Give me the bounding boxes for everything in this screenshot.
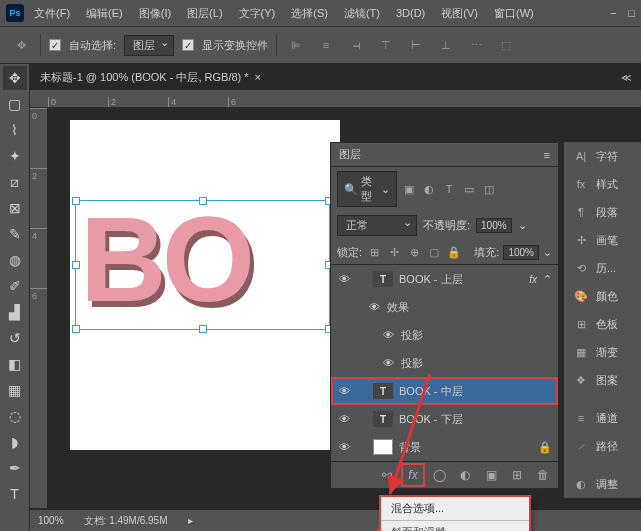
pen-tool[interactable]: ✒ — [3, 456, 27, 480]
collapsed-panels: A|字符 fx样式 ¶段落 ✢画笔 ⟲历... 🎨颜色 ⊞色板 ▦渐变 ❖图案 … — [563, 142, 641, 498]
history-brush-tool[interactable]: ↺ — [3, 326, 27, 350]
panel-history[interactable]: ⟲历... — [564, 254, 641, 282]
filter-shape-icon[interactable]: ▭ — [461, 181, 477, 197]
mask-icon[interactable]: ◯ — [430, 466, 448, 484]
new-layer-icon[interactable]: ⊞ — [508, 466, 526, 484]
visibility-icon[interactable]: 👁 — [381, 329, 395, 341]
adjustment-icon[interactable]: ◐ — [456, 466, 474, 484]
lock-icon[interactable]: 🔒 — [446, 244, 462, 260]
zoom-level[interactable]: 100% — [38, 515, 64, 526]
panel-character[interactable]: A|字符 — [564, 142, 641, 170]
delete-icon[interactable]: 🗑 — [534, 466, 552, 484]
document-tab[interactable]: 未标题-1 @ 100% (BOOK - 中层, RGB/8) * — [40, 70, 249, 85]
menu-edit[interactable]: 编辑(E) — [80, 3, 129, 24]
marquee-tool[interactable]: ▢ — [3, 92, 27, 116]
dodge-tool[interactable]: ◗ — [3, 430, 27, 454]
close-tab-icon[interactable]: × — [255, 71, 261, 83]
blur-tool[interactable]: ◌ — [3, 404, 27, 428]
panel-gradients[interactable]: ▦渐变 — [564, 338, 641, 366]
eraser-tool[interactable]: ◧ — [3, 352, 27, 376]
panel-styles[interactable]: fx样式 — [564, 170, 641, 198]
lock-all-icon[interactable]: ⊞ — [366, 244, 382, 260]
panel-paths[interactable]: ⟋路径 — [564, 432, 641, 460]
menu-type[interactable]: 文字(Y) — [233, 3, 282, 24]
layer-style-menu: 混合选项... 斜面和浮雕... 描边... 内阴影... 内发光 — [380, 496, 530, 531]
canvas[interactable]: BO — [70, 120, 340, 450]
show-transform-checkbox[interactable] — [182, 39, 194, 51]
maximize-icon[interactable]: □ — [628, 7, 635, 19]
type-tool[interactable]: T — [3, 482, 27, 506]
effect-drop-shadow[interactable]: 👁 投影 — [331, 349, 558, 377]
transform-box[interactable] — [75, 200, 330, 330]
layer-filter-dropdown[interactable]: 🔍 类型 ⌄ — [337, 171, 397, 207]
visibility-icon[interactable]: 👁 — [337, 413, 351, 425]
visibility-icon[interactable]: 👁 — [381, 357, 395, 369]
frame-tool[interactable]: ⊠ — [3, 196, 27, 220]
fill-value[interactable]: 100% — [503, 245, 539, 260]
panel-brushes[interactable]: ✢画笔 — [564, 226, 641, 254]
brush-tool[interactable]: ✐ — [3, 274, 27, 298]
move-tool[interactable]: ✥ — [3, 66, 27, 90]
align-bottom-icon[interactable]: ⊥ — [435, 34, 457, 56]
fx-button[interactable]: fx — [404, 466, 422, 484]
align-left-icon[interactable]: ⊫ — [285, 34, 307, 56]
align-top-icon[interactable]: ⊤ — [375, 34, 397, 56]
visibility-icon[interactable]: 👁 — [337, 441, 351, 453]
align-center-h-icon[interactable]: ≡ — [315, 34, 337, 56]
3d-mode-icon[interactable]: ⬚ — [495, 34, 517, 56]
panel-color[interactable]: 🎨颜色 — [564, 282, 641, 310]
effect-drop-shadow[interactable]: 👁 投影 — [331, 321, 558, 349]
menu-image[interactable]: 图像(I) — [133, 3, 177, 24]
align-right-icon[interactable]: ⫤ — [345, 34, 367, 56]
menu-file[interactable]: 文件(F) — [28, 3, 76, 24]
layer-row-background[interactable]: 👁 背景 🔒 — [331, 433, 558, 461]
wand-tool[interactable]: ✦ — [3, 144, 27, 168]
gradient-tool[interactable]: ▦ — [3, 378, 27, 402]
menu-window[interactable]: 窗口(W) — [488, 3, 540, 24]
visibility-icon[interactable]: 👁 — [337, 273, 351, 285]
menu-3d[interactable]: 3D(D) — [390, 4, 431, 22]
menu-layer[interactable]: 图层(L) — [181, 3, 228, 24]
auto-select-target-dropdown[interactable]: 图层 — [124, 35, 174, 56]
group-icon[interactable]: ▣ — [482, 466, 500, 484]
collapse-icon[interactable]: ⌃ — [543, 273, 552, 286]
filter-smart-icon[interactable]: ◫ — [481, 181, 497, 197]
lock-position-icon[interactable]: ⊕ — [406, 244, 422, 260]
filter-adjust-icon[interactable]: ◐ — [421, 181, 437, 197]
align-center-v-icon[interactable]: ⊢ — [405, 34, 427, 56]
fx-indicator[interactable]: fx — [529, 274, 537, 285]
show-transform-label: 显示变换控件 — [202, 38, 268, 53]
menu-view[interactable]: 视图(V) — [435, 3, 484, 24]
layer-row[interactable]: 👁 T BOOK - 下层 — [331, 405, 558, 433]
panel-paragraph[interactable]: ¶段落 — [564, 198, 641, 226]
panel-menu-icon[interactable]: ≡ — [544, 149, 550, 161]
auto-select-checkbox[interactable] — [49, 39, 61, 51]
effects-group[interactable]: 👁 效果 — [331, 293, 558, 321]
menu-filter[interactable]: 滤镜(T) — [338, 3, 386, 24]
stamp-tool[interactable]: ▟ — [3, 300, 27, 324]
lock-pixels-icon[interactable]: ✢ — [386, 244, 402, 260]
link-layers-icon[interactable]: ⚯ — [378, 466, 396, 484]
layer-row[interactable]: 👁 T BOOK - 上层 fx ⌃ — [331, 265, 558, 293]
menu-select[interactable]: 选择(S) — [285, 3, 334, 24]
blend-mode-dropdown[interactable]: 正常 — [337, 215, 417, 236]
more-options-icon[interactable]: ⋯ — [465, 34, 487, 56]
visibility-icon[interactable]: 👁 — [337, 385, 351, 397]
crop-tool[interactable]: ⧄ — [3, 170, 27, 194]
layer-row-selected[interactable]: 👁 T BOOK - 中层 — [331, 377, 558, 405]
filter-type-icon[interactable]: T — [441, 181, 457, 197]
menu-bevel-emboss[interactable]: 斜面和浮雕... — [381, 521, 529, 531]
healing-tool[interactable]: ◍ — [3, 248, 27, 272]
filter-image-icon[interactable]: ▣ — [401, 181, 417, 197]
panel-channels[interactable]: ≡通道 — [564, 404, 641, 432]
panel-patterns[interactable]: ❖图案 — [564, 366, 641, 394]
lasso-tool[interactable]: ⌇ — [3, 118, 27, 142]
panel-swatches[interactable]: ⊞色板 — [564, 310, 641, 338]
opacity-value[interactable]: 100% — [476, 218, 512, 233]
visibility-icon[interactable]: 👁 — [367, 301, 381, 313]
panel-adjustments[interactable]: ◐调整 — [564, 470, 641, 498]
minimize-icon[interactable]: − — [610, 7, 616, 19]
lock-artboard-icon[interactable]: ▢ — [426, 244, 442, 260]
menu-blend-options[interactable]: 混合选项... — [381, 497, 529, 520]
eyedropper-tool[interactable]: ✎ — [3, 222, 27, 246]
